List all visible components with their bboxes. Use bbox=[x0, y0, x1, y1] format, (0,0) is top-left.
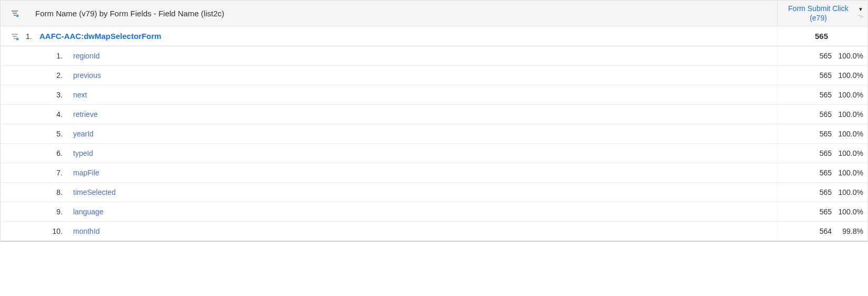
table-row: 1.regionId565100.0% bbox=[1, 46, 867, 66]
table-row: 5.yearId565100.0% bbox=[1, 124, 867, 144]
table-row: 6.typeId565100.0% bbox=[1, 144, 867, 163]
row-left: 8.timeSelected bbox=[1, 183, 777, 202]
metric-header[interactable]: Form Submit Click (e79) ▼ ? bbox=[777, 1, 867, 26]
report-table: Form Name (v79) by Form Fields - Field N… bbox=[0, 0, 868, 242]
row-value-cell: 565100.0% bbox=[777, 124, 867, 143]
child-index: 10. bbox=[39, 227, 63, 235]
help-icon[interactable]: ? bbox=[857, 13, 864, 19]
child-value: 565 bbox=[820, 110, 835, 119]
table-row: 9.language565100.0% bbox=[1, 202, 867, 222]
child-index: 3. bbox=[39, 91, 63, 99]
row-value-cell: 565100.0% bbox=[777, 85, 867, 104]
parent-index: 1. bbox=[26, 32, 36, 41]
child-name[interactable]: timeSelected bbox=[63, 188, 116, 196]
child-index: 7. bbox=[39, 169, 63, 177]
child-name[interactable]: mapFile bbox=[63, 169, 99, 177]
parent-value-cell: 565 bbox=[777, 26, 867, 46]
row-left: 5.yearId bbox=[1, 124, 777, 143]
child-index: 8. bbox=[39, 188, 63, 196]
row-value-cell: 565100.0% bbox=[777, 66, 867, 85]
child-percent: 100.0% bbox=[835, 52, 863, 60]
metric-label[interactable]: Form Submit Click (e79) bbox=[780, 4, 857, 23]
child-name[interactable]: regionId bbox=[63, 52, 100, 60]
parent-name[interactable]: AAFC-AAC:dwMapSelectorForm bbox=[36, 32, 162, 41]
child-name[interactable]: next bbox=[63, 91, 87, 99]
children-container: 1.regionId565100.0%2.previous565100.0%3.… bbox=[1, 46, 867, 242]
breakdown-icon[interactable] bbox=[4, 32, 26, 41]
row-left: 7.mapFile bbox=[1, 163, 777, 182]
row-left: 4.retrieve bbox=[1, 105, 777, 124]
child-percent: 100.0% bbox=[835, 71, 863, 80]
child-value: 565 bbox=[820, 91, 835, 99]
child-index: 9. bbox=[39, 208, 63, 216]
row-value-cell: 56499.8% bbox=[777, 222, 867, 241]
table-header: Form Name (v79) by Form Fields - Field N… bbox=[1, 0, 867, 26]
child-value: 565 bbox=[820, 169, 835, 177]
svg-point-2 bbox=[16, 37, 19, 40]
parent-row: 1. AAFC-AAC:dwMapSelectorForm 565 bbox=[1, 26, 867, 46]
child-name[interactable]: monthId bbox=[63, 227, 100, 235]
child-name[interactable]: language bbox=[63, 208, 104, 216]
child-name[interactable]: yearId bbox=[63, 130, 94, 138]
svg-text:?: ? bbox=[860, 15, 862, 18]
row-value-cell: 565100.0% bbox=[777, 163, 867, 182]
row-value-cell: 565100.0% bbox=[777, 183, 867, 202]
child-index: 6. bbox=[39, 149, 63, 157]
parent-value: 565 bbox=[780, 32, 863, 41]
row-left: 9.language bbox=[1, 202, 777, 221]
parent-row-left: 1. AAFC-AAC:dwMapSelectorForm bbox=[1, 26, 777, 46]
row-left: 1.regionId bbox=[1, 46, 777, 65]
child-name[interactable]: previous bbox=[63, 71, 101, 80]
child-percent: 100.0% bbox=[835, 149, 863, 157]
child-percent: 100.0% bbox=[835, 130, 863, 138]
row-value-cell: 565100.0% bbox=[777, 46, 867, 65]
child-index: 4. bbox=[39, 110, 63, 119]
child-value: 565 bbox=[820, 130, 835, 138]
child-value: 565 bbox=[820, 71, 835, 80]
child-value: 565 bbox=[820, 52, 835, 60]
sort-indicator[interactable]: ▼ ? bbox=[857, 7, 865, 19]
child-index: 1. bbox=[39, 52, 63, 60]
table-row: 10.monthId56499.8% bbox=[1, 222, 867, 242]
table-row: 3.next565100.0% bbox=[1, 85, 867, 105]
child-percent: 99.8% bbox=[835, 227, 863, 235]
child-value: 565 bbox=[820, 149, 835, 157]
svg-point-0 bbox=[16, 15, 19, 17]
table-row: 7.mapFile565100.0% bbox=[1, 163, 867, 183]
row-value-cell: 565100.0% bbox=[777, 105, 867, 124]
row-value-cell: 565100.0% bbox=[777, 202, 867, 221]
child-value: 564 bbox=[820, 227, 835, 235]
table-row: 4.retrieve565100.0% bbox=[1, 105, 867, 124]
table-row: 2.previous565100.0% bbox=[1, 66, 867, 85]
dimension-header: Form Name (v79) by Form Fields - Field N… bbox=[1, 1, 777, 26]
child-percent: 100.0% bbox=[835, 208, 863, 216]
child-index: 2. bbox=[39, 71, 63, 80]
row-left: 2.previous bbox=[1, 66, 777, 85]
row-left: 6.typeId bbox=[1, 144, 777, 163]
child-index: 5. bbox=[39, 130, 63, 138]
child-percent: 100.0% bbox=[835, 110, 863, 119]
sort-descending-icon: ▼ bbox=[858, 7, 863, 12]
child-percent: 100.0% bbox=[835, 188, 863, 196]
child-value: 565 bbox=[820, 188, 835, 196]
child-value: 565 bbox=[820, 208, 835, 216]
child-percent: 100.0% bbox=[835, 91, 863, 99]
row-value-cell: 565100.0% bbox=[777, 144, 867, 163]
table-row: 8.timeSelected565100.0% bbox=[1, 183, 867, 202]
row-left: 10.monthId bbox=[1, 222, 777, 241]
child-name[interactable]: retrieve bbox=[63, 110, 98, 119]
child-name[interactable]: typeId bbox=[63, 149, 93, 157]
row-left: 3.next bbox=[1, 85, 777, 104]
filter-icon[interactable] bbox=[4, 9, 26, 17]
child-percent: 100.0% bbox=[835, 169, 863, 177]
dimension-label[interactable]: Form Name (v79) by Form Fields - Field N… bbox=[26, 9, 774, 18]
